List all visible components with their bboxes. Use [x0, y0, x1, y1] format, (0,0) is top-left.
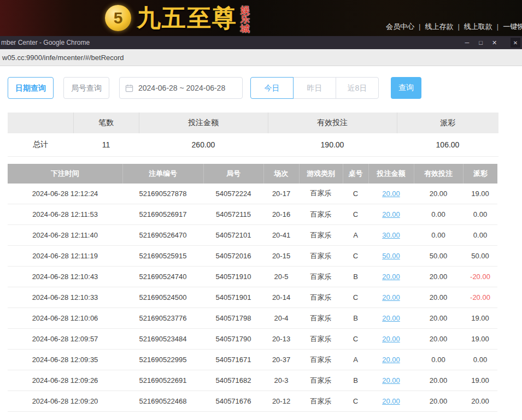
window-title: mber Center - Google Chrome	[1, 39, 90, 46]
bet-amount[interactable]: 20.00	[368, 308, 414, 329]
valid-bet: 20.00	[414, 329, 463, 350]
bet-amount-link[interactable]: 20.00	[382, 356, 400, 364]
payout: -20.00	[463, 287, 497, 308]
bet-amount-link[interactable]: 20.00	[382, 314, 400, 322]
session-no: 20-3	[263, 370, 299, 391]
total-valid-bet: 190.00	[268, 133, 397, 156]
round-id: 540571910	[203, 267, 263, 287]
nav-separator: |	[419, 22, 420, 31]
table-no: C	[343, 246, 368, 267]
record-row: 2024-06-28 12:11:53521690526917540572115…	[8, 204, 497, 225]
date-range-input[interactable]: 2024-06-28 ~ 2024-06-28	[119, 77, 243, 99]
round-id: 540572101	[203, 225, 263, 246]
quick-range-8days[interactable]: 近8日	[336, 77, 379, 99]
payout: 19.00	[463, 308, 497, 329]
top-nav: 会员中心|线上存款|线上取款|一键恢	[386, 22, 522, 32]
bet-amount-link[interactable]: 20.00	[382, 376, 400, 384]
bet-amount[interactable]: 20.00	[368, 267, 414, 287]
header-valid-bet: 有效投注	[414, 164, 463, 184]
records-table: 下注时间 注单编号 局号 场次 游戏类别 桌号 投注金额 有效投注 派彩 202…	[8, 164, 497, 412]
valid-bet: 20.00	[414, 267, 463, 287]
game-type: 百家乐	[299, 184, 343, 204]
outer-close-icon[interactable]: ✕	[511, 38, 520, 48]
round-id: 540572016	[203, 246, 263, 267]
minimize-button[interactable]: ─	[460, 36, 474, 49]
payout: 0.00	[463, 225, 497, 246]
bet-amount-link[interactable]: 20.00	[382, 190, 400, 198]
nav-link[interactable]: 线上存款	[425, 22, 453, 31]
nav-link[interactable]: 一键恢	[503, 22, 522, 31]
bet-amount[interactable]: 20.00	[368, 287, 414, 308]
bet-amount[interactable]: 20.00	[368, 391, 414, 412]
game-type: 百家乐	[299, 329, 343, 350]
round-query-button[interactable]: 局号查询	[63, 77, 109, 99]
bet-amount-link[interactable]: 20.00	[382, 293, 400, 301]
valid-bet: 50.00	[414, 246, 463, 267]
total-count: 11	[73, 133, 139, 156]
nav-separator: |	[497, 22, 498, 31]
bet-amount-link[interactable]: 20.00	[382, 335, 400, 343]
game-type: 百家乐	[299, 267, 343, 287]
quick-range-today[interactable]: 今日	[250, 77, 294, 99]
game-type: 百家乐	[299, 287, 343, 308]
search-button[interactable]: 查询	[391, 77, 421, 99]
header-bet-id: 注单编号	[122, 164, 203, 184]
record-row: 2024-06-28 12:09:20521690522468540571676…	[8, 391, 497, 412]
round-id: 540571671	[203, 350, 263, 370]
close-button[interactable]: ✕	[488, 36, 501, 49]
bet-time: 2024-06-28 12:12:24	[8, 184, 122, 204]
record-row: 2024-06-28 12:10:43521690524740540571910…	[8, 267, 497, 287]
record-row: 2024-06-28 12:11:40521690526470540572101…	[8, 225, 497, 246]
game-type: 百家乐	[299, 204, 343, 225]
payout: 50.00	[463, 246, 497, 267]
session-no: 20-13	[263, 329, 299, 350]
maximize-button[interactable]: □	[474, 36, 488, 49]
coin-logo-icon: 5	[105, 5, 131, 31]
bet-amount-link[interactable]: 50.00	[382, 252, 400, 260]
payout: 19.00	[463, 370, 497, 391]
nav-link[interactable]: 会员中心	[386, 22, 414, 31]
bet-amount-link[interactable]: 20.00	[382, 210, 400, 218]
bet-amount-link[interactable]: 30.00	[382, 231, 400, 239]
bet-amount-link[interactable]: 20.00	[382, 397, 400, 405]
record-row: 2024-06-28 12:09:57521690523484540571790…	[8, 329, 497, 350]
quick-range-yesterday[interactable]: 昨日	[293, 77, 336, 99]
valid-bet: 20.00	[414, 391, 463, 412]
bet-time: 2024-06-28 12:10:43	[8, 267, 122, 287]
address-bar[interactable]: w05.cc:9900/infe/mcenter/#/betRecord	[0, 49, 522, 66]
url-text[interactable]: w05.cc:9900/infe/mcenter/#/betRecord	[2, 54, 124, 62]
bet-amount[interactable]: 20.00	[368, 370, 414, 391]
bet-record-page: 日期查询 局号查询 2024-06-28 ~ 2024-06-28 今日 昨日 …	[0, 66, 522, 412]
table-no: C	[343, 287, 368, 308]
table-no: C	[343, 204, 368, 225]
window-titlebar: mber Center - Google Chrome ─ □ ✕ ✕	[0, 36, 522, 49]
round-id: 540571682	[203, 370, 263, 391]
bet-time: 2024-06-28 12:09:35	[8, 350, 122, 370]
header-round-id: 局号	[203, 164, 263, 184]
summary-header-blank	[8, 113, 73, 133]
bet-id: 521690524500	[122, 287, 203, 308]
valid-bet: 0.00	[414, 350, 463, 370]
summary-table: 笔数 投注金额 有效投注 派彩 总计 11 260.00 190.00 106.…	[8, 113, 498, 157]
date-query-button[interactable]: 日期查询	[8, 77, 54, 99]
header-bet-time: 下注时间	[8, 164, 122, 184]
bet-amount[interactable]: 20.00	[368, 350, 414, 370]
header-table-no: 桌号	[343, 164, 368, 184]
payout: 19.00	[463, 184, 497, 204]
payout: 19.00	[463, 329, 497, 350]
summary-header-count: 笔数	[73, 113, 139, 133]
round-id: 540572115	[203, 204, 263, 225]
header-payout: 派彩	[463, 164, 497, 184]
bet-amount[interactable]: 20.00	[368, 184, 414, 204]
nav-link[interactable]: 线上取款	[464, 22, 492, 31]
round-id: 540571676	[203, 391, 263, 412]
bet-amount[interactable]: 50.00	[368, 246, 414, 267]
bet-amount-link[interactable]: 20.00	[382, 273, 400, 281]
bet-amount[interactable]: 20.00	[368, 204, 414, 225]
bet-amount[interactable]: 30.00	[368, 225, 414, 246]
bet-amount[interactable]: 20.00	[368, 329, 414, 350]
site-subtitle: 娱乐城	[241, 5, 251, 33]
bet-time: 2024-06-28 12:09:57	[8, 329, 122, 350]
summary-header-row: 笔数 投注金额 有效投注 派彩	[8, 113, 498, 133]
payout: 0.00	[463, 204, 497, 225]
